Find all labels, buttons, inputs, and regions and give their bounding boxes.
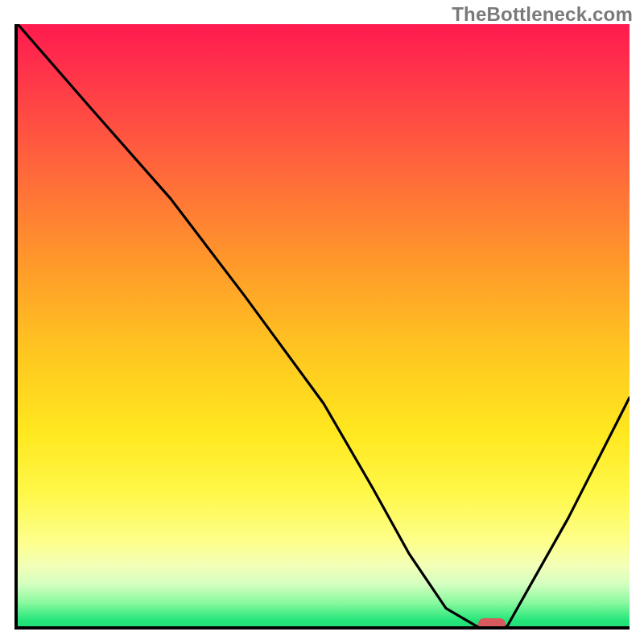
chart-container: TheBottleneck.com [0,0,644,644]
bottleneck-curve [18,24,630,626]
optimal-marker [478,618,506,630]
plot-area [14,24,630,630]
curve-path [18,24,630,626]
watermark-text: TheBottleneck.com [452,3,633,26]
